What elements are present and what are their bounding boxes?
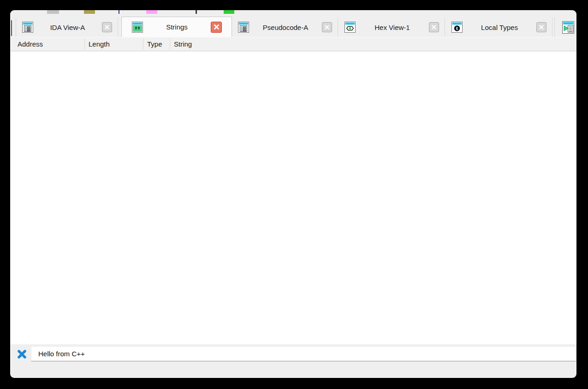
tab-hex-view-1[interactable]: Hex View-1 <box>339 18 445 37</box>
filter-bar <box>11 344 576 364</box>
column-header-label: Address <box>18 40 43 48</box>
tab-label: Local Types <box>463 24 536 31</box>
tab-ida-view-a[interactable]: IDA View-A <box>16 18 118 37</box>
column-header-label: String <box>174 40 192 48</box>
tab-label: IDA View-A <box>33 24 102 31</box>
close-icon[interactable] <box>211 22 222 33</box>
toolbar-icon-fragment <box>119 10 119 14</box>
tab-clipped[interactable] <box>554 18 576 37</box>
strings-window-icon <box>132 22 143 33</box>
svg-text:t: t <box>456 26 458 31</box>
tab-strings[interactable]: Strings <box>121 17 232 37</box>
toolbar-icon-fragment <box>196 10 197 14</box>
close-icon[interactable] <box>536 22 546 32</box>
tab-label: Pseudocode-A <box>249 24 322 31</box>
list-window-icon <box>238 22 249 33</box>
close-icon[interactable] <box>429 22 439 32</box>
close-icon[interactable] <box>322 22 332 32</box>
column-header-length[interactable]: Length <box>85 37 143 51</box>
column-header-address[interactable]: Address <box>14 37 84 51</box>
hex-window-icon <box>344 22 356 33</box>
toolbar-icon-fragment <box>84 10 95 14</box>
tab-bar-grip <box>11 20 12 36</box>
local-types-window-icon: t <box>451 22 463 33</box>
blue-cross-icon[interactable] <box>17 349 27 359</box>
column-header-string[interactable]: String <box>170 37 355 51</box>
filter-input[interactable] <box>31 346 576 361</box>
column-header-label: Length <box>89 40 110 48</box>
tab-pseudocode-a[interactable]: Pseudocode-A <box>232 18 338 37</box>
tab-label: Strings <box>143 23 211 31</box>
column-header-label: Type <box>147 40 162 48</box>
column-header-type[interactable]: Type <box>143 37 170 51</box>
strings-table-body[interactable] <box>11 52 576 344</box>
exports-window-icon <box>562 21 574 34</box>
close-icon[interactable] <box>102 22 112 32</box>
list-window-icon <box>22 22 33 33</box>
toolbar-icon-fragment <box>47 10 59 14</box>
tab-label: Hex View-1 <box>356 24 429 31</box>
screen: IDA View-A Strings Pseudocode-A <box>0 0 588 389</box>
table-header-row: Address Length Type String <box>11 37 576 51</box>
tab-local-types[interactable]: t Local Types <box>445 18 552 37</box>
toolbar-icon-fragment <box>224 10 234 14</box>
toolbar-icon-fragment <box>146 10 157 14</box>
